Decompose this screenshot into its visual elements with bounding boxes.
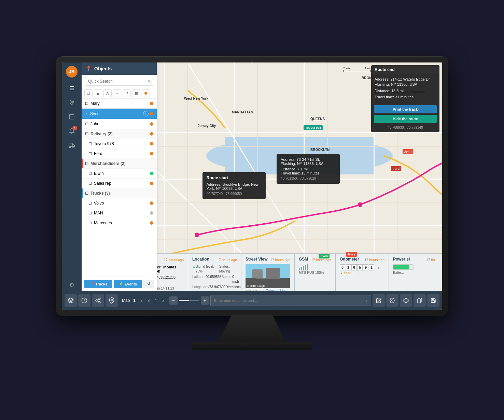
group-name: Trucks (3) (90, 191, 153, 196)
sidebar-icon-menu[interactable]: ☰ (66, 82, 78, 94)
zoom-out-button[interactable]: − (169, 296, 178, 305)
location-section-header: Location 17 hours ago (192, 257, 237, 263)
events-button[interactable]: ⚡ Events (114, 280, 142, 288)
share-button[interactable] (92, 294, 104, 307)
pin-sven[interactable]: Sven (319, 252, 330, 258)
street-view-header: Street View 17 hours ago (246, 257, 290, 263)
hide-route-button[interactable]: Hide the route (374, 115, 437, 123)
odometer-timestamp-bottom: ▲ 17 ho... (340, 271, 384, 275)
draw-button[interactable] (373, 294, 385, 307)
pin-mary[interactable]: Mary (346, 251, 357, 257)
map-tab-1[interactable]: 1 (132, 297, 137, 304)
zoom-in-button[interactable]: + (201, 296, 209, 305)
sidebar-icon-chart[interactable] (66, 111, 78, 123)
list-item[interactable]: ☐ Elwin (82, 169, 157, 179)
power-label: Batte... (393, 270, 438, 275)
odometer-digits: 0 1 6 5 9 1 (340, 264, 374, 270)
gsm-bars (299, 264, 331, 270)
list-item[interactable]: ☐ Mercedes (82, 218, 157, 228)
save-map-button[interactable] (427, 294, 439, 307)
settings-map-button[interactable] (386, 294, 398, 307)
route-end-popup: Route end Address: 214-11 Waters Edge Dr… (371, 65, 439, 132)
sidebar-icon-location[interactable] (66, 96, 78, 109)
map-tab-5[interactable]: 5 (160, 297, 165, 304)
list-item[interactable]: ☐ Mary (82, 99, 157, 109)
list-item-group[interactable]: ☐ Merchandisers (2) (82, 159, 157, 169)
item-name: Sales rep (94, 181, 150, 186)
avatar[interactable]: JR (66, 66, 78, 78)
street-view-thumbnail[interactable] (246, 264, 290, 288)
list-item[interactable]: ☐ MAN (82, 208, 157, 218)
checkbox-icon: ☐ (85, 162, 88, 166)
item-name: Mary (90, 101, 150, 106)
print-track-button[interactable]: Print the track (374, 105, 437, 113)
location-signal-row: ▲ Signal level: 75% Status: Moving (192, 264, 237, 274)
info-button[interactable] (78, 294, 90, 307)
svg-point-0 (71, 101, 73, 103)
list-item[interactable]: ☐ Volvo (82, 198, 157, 208)
toolbar-checkbox-btn[interactable]: ☐ (84, 89, 93, 97)
search-input[interactable] (85, 77, 153, 86)
scale-bar: 2 km 1 mi (343, 67, 370, 72)
info-icon[interactable]: i (143, 111, 149, 116)
checkbox-icon: ☐ (88, 211, 92, 215)
svg-point-45 (99, 302, 100, 303)
svg-marker-50 (404, 298, 408, 303)
toolbar-dot-btn[interactable]: • (113, 89, 121, 97)
list-item-sven[interactable]: ✓ Sven i (82, 109, 157, 119)
map-tab-2[interactable]: 2 (139, 297, 144, 304)
svg-marker-39 (68, 298, 73, 300)
pin-ford[interactable]: Ford (391, 165, 401, 171)
pin-john[interactable]: John (403, 148, 414, 154)
map-tab-3[interactable]: 3 (146, 297, 151, 304)
list-item[interactable]: ☐ John (82, 119, 157, 129)
checkbox-icon: ☐ (85, 101, 88, 106)
odo-digit-5: 1 (369, 264, 374, 270)
street-view-section: Street View 17 hours ago (241, 254, 295, 291)
checkbox-icon: ☐ (88, 142, 92, 146)
odo-digit-2: 6 (351, 264, 357, 270)
map-type-button[interactable] (414, 294, 426, 307)
svg-point-30 (195, 233, 199, 237)
pin-toyota[interactable]: Toyota 978 (304, 124, 323, 130)
poi-button[interactable] (106, 294, 118, 307)
list-item[interactable]: ☐ Toyota 978 (82, 139, 157, 149)
tracks-button[interactable]: 📍 Tracks (84, 280, 112, 288)
signal-text: Signal level: 75% (196, 264, 216, 274)
search-close-icon[interactable]: ✕ (147, 79, 151, 84)
waypoint-address: Address: 73-24 71st St, Flushing, NY 113… (281, 157, 336, 166)
list-item-group[interactable]: ☐ Trucks (3) (82, 188, 157, 198)
gsm-bar-3 (303, 266, 304, 270)
location-timestamp: 17 hours ago (217, 258, 237, 262)
ford-pin-label: Ford (391, 166, 401, 171)
sidebar-icon-settings[interactable]: ⚙ (66, 279, 78, 291)
toolbar-refresh-btn[interactable]: ↺ (123, 89, 131, 97)
zoom-slider[interactable] (179, 300, 199, 301)
svg-line-46 (97, 301, 99, 302)
map-tab-4[interactable]: 4 (153, 297, 158, 304)
svg-rect-36 (252, 269, 263, 278)
list-item[interactable]: ☐ Ford (82, 149, 157, 159)
gsm-bar-4 (305, 265, 306, 270)
monitor-stand (218, 315, 286, 342)
lat-value: 40.659568 (205, 275, 221, 284)
polygon-button[interactable] (400, 294, 412, 307)
list-item-group[interactable]: ☐ Delivery (2) (82, 129, 157, 139)
svg-rect-2 (69, 143, 73, 146)
bottom-right-tools (373, 294, 439, 307)
toolbar-filter-btn[interactable]: ⊞ (132, 89, 140, 97)
sidebar-icon-vehicle[interactable] (66, 139, 78, 152)
status-dot (150, 132, 153, 136)
toolbar-status-btn[interactable] (142, 89, 150, 97)
refresh-button[interactable]: ↺ (143, 280, 154, 288)
address-search-display[interactable]: Enter address or its part... › (210, 295, 371, 306)
toolbar-list-btn[interactable]: ☰ (94, 89, 102, 97)
driver-timestamp: 17 hours ago (164, 258, 184, 262)
sidebar-icon-alerts[interactable]: 1 (66, 125, 78, 137)
tracks-label: Tracks (96, 282, 108, 286)
notification-badge: 1 (72, 126, 77, 130)
list-item[interactable]: ☐ Sales rep (82, 179, 157, 188)
layers-button[interactable] (65, 294, 77, 307)
speed-value: 0 mph (232, 275, 239, 284)
toolbar-text-btn[interactable]: A (103, 89, 112, 97)
